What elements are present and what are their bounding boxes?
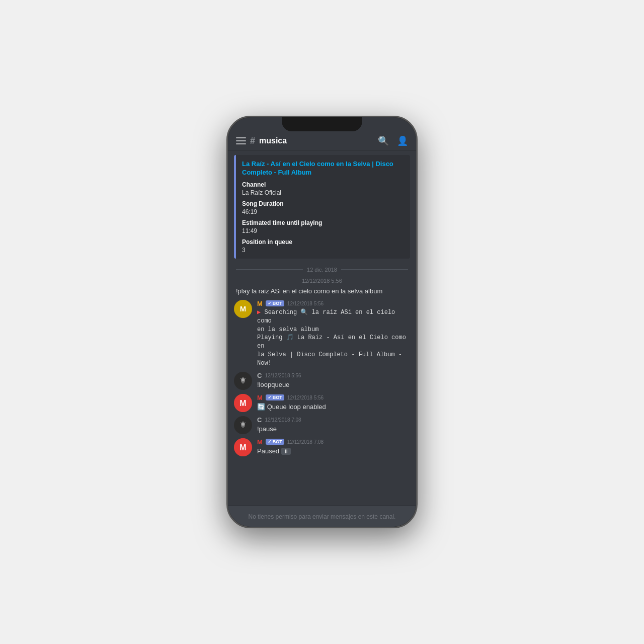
queue-card: La Raíz - Así en el Cielo como en la Sel… <box>234 155 410 259</box>
avatar: M <box>234 394 252 412</box>
list-item: M M ✓ BOT 12/12/2018 5:56 🔄 Queue <box>228 392 416 414</box>
list-item: C 12/12/2018 7:08 !pause <box>228 414 416 436</box>
message-header: M ✓ BOT 12/12/2018 5:56 <box>257 300 410 307</box>
estimated-value: 11:49 <box>242 227 404 234</box>
command-text: !play la raiz ASi en el cielo como en la… <box>236 287 382 295</box>
queue-loop-text: Queue loop enabled <box>267 403 326 411</box>
volume-button[interactable] <box>416 218 418 248</box>
now-text: Now! <box>257 360 272 367</box>
menu-icon[interactable] <box>236 137 246 144</box>
checkmark-icon: ✓ <box>268 439 272 444</box>
message-author: M <box>257 394 263 401</box>
m-bot-avatar-icon: M <box>234 394 252 412</box>
message-time: 12/12/2018 5:56 <box>287 301 324 306</box>
app-header: # musica 🔍 👤 <box>228 131 416 151</box>
date-divider: 12 dic. 2018 <box>228 263 416 277</box>
checkmark-icon: ✓ <box>268 395 272 400</box>
pharaoh-avatar-icon <box>236 374 250 388</box>
no-permission-text: No tienes permiso para enviar mensajes e… <box>249 513 396 520</box>
list-item: M M ✓ BOT 12/12/2018 7:08 Paused ⏸ <box>228 436 416 458</box>
playing-text: Playing 🎵 La Raíz - Así en el Cielo como… <box>257 334 406 350</box>
hash-icon: # <box>250 136 255 146</box>
avatar <box>234 372 252 390</box>
date-divider-text: 12 dic. 2018 <box>307 267 337 273</box>
position-value: 3 <box>242 247 404 254</box>
message-author: C <box>257 416 262 424</box>
command-timestamp: 12/12/2018 5:56 <box>228 277 416 286</box>
list-item: M M ✓ BOT 12/12/2018 5:56 ▶ Searching 🔍 … <box>228 298 416 370</box>
message-author: M <box>257 300 263 307</box>
yt-icon: ▶ <box>257 309 261 316</box>
message-text: !pause <box>257 425 410 434</box>
message-header: C 12/12/2018 5:56 <box>257 372 410 379</box>
spacer <box>228 458 416 505</box>
message-time: 12/12/2018 5:56 <box>265 373 301 378</box>
message-header: M ✓ BOT 12/12/2018 5:56 <box>257 394 410 401</box>
loopqueue-command: !loopqueue <box>257 381 289 388</box>
message-time: 12/12/2018 7:08 <box>265 417 301 423</box>
header-right: 🔍 👤 <box>378 135 408 146</box>
queue-card-title[interactable]: La Raíz - Así en el Cielo como en la Sel… <box>242 160 404 177</box>
message-content: C 12/12/2018 5:56 !loopqueue <box>257 372 410 389</box>
bot-badge: ✓ BOT <box>266 439 284 445</box>
bot-label: BOT <box>273 395 282 400</box>
paused-text: Paused <box>257 447 281 455</box>
no-permission-bar: No tienes permiso para enviar mensajes e… <box>228 505 416 527</box>
message-text: ▶ Searching 🔍 la raiz ASi en el cielo co… <box>257 308 410 368</box>
phone-notch <box>282 117 362 131</box>
m-bot-avatar-icon-2: M <box>234 438 252 456</box>
avatar <box>234 416 252 434</box>
phone-screen: # musica 🔍 👤 La Raíz - Así en el Cielo c… <box>228 117 416 527</box>
message-header: M ✓ BOT 12/12/2018 7:08 <box>257 438 410 446</box>
members-icon[interactable]: 👤 <box>397 135 408 146</box>
message-content: C 12/12/2018 7:08 !pause <box>257 416 410 434</box>
divider-line-left <box>236 269 303 270</box>
header-left: # musica <box>236 136 378 146</box>
message-content: M ✓ BOT 12/12/2018 5:56 🔄 Queue loop ena… <box>257 394 410 412</box>
checkmark-icon: ✓ <box>268 301 272 306</box>
duration-value: 46:19 <box>242 208 404 215</box>
playing-text-2: la Selva | Disco Completo - Full Album - <box>257 351 402 358</box>
estimated-label: Estimated time until playing <box>242 219 404 226</box>
pharaoh-avatar-icon-2 <box>236 418 250 432</box>
pause-icon: ⏸ <box>281 448 291 455</box>
message-text: !loopqueue <box>257 380 410 389</box>
svg-text:M: M <box>239 399 246 408</box>
svg-text:M: M <box>239 443 246 452</box>
chat-area: La Raíz - Así en el Cielo como en la Sel… <box>228 151 416 505</box>
searching-text-2: en la selva album <box>257 326 318 333</box>
bot-label: BOT <box>273 439 282 444</box>
duration-label: Song Duration <box>242 200 404 207</box>
channel-value: La Raíz Oficial <box>242 189 404 196</box>
bot-badge: ✓ BOT <box>266 300 284 306</box>
channel-label: Channel <box>242 181 404 188</box>
message-author: C <box>257 372 262 379</box>
message-content: M ✓ BOT 12/12/2018 5:56 ▶ Searching 🔍 la… <box>257 300 410 368</box>
phone-frame: # musica 🔍 👤 La Raíz - Así en el Cielo c… <box>226 116 418 528</box>
message-time: 12/12/2018 7:08 <box>287 439 324 445</box>
message-time: 12/12/2018 5:56 <box>287 395 324 400</box>
searching-text: Searching 🔍 la raiz ASi en el cielo como <box>257 309 395 325</box>
avatar: M <box>234 300 252 318</box>
list-item: C 12/12/2018 5:56 !loopqueue <box>228 370 416 392</box>
message-text: 🔄 Queue loop enabled <box>257 403 410 412</box>
search-icon[interactable]: 🔍 <box>378 135 389 146</box>
loop-icon: 🔄 <box>257 403 265 411</box>
message-header: C 12/12/2018 7:08 <box>257 416 410 424</box>
svg-point-5 <box>242 423 245 426</box>
message-author: M <box>257 438 263 446</box>
svg-point-1 <box>242 378 245 381</box>
divider-line-right <box>341 269 408 270</box>
bot-badge: ✓ BOT <box>266 394 284 400</box>
position-label: Position in queue <box>242 238 404 246</box>
bot-label: BOT <box>273 301 282 306</box>
message-text: Paused ⏸ <box>257 447 410 456</box>
command-message: !play la raiz ASi en el cielo como en la… <box>228 286 416 298</box>
avatar: M <box>234 438 252 456</box>
channel-name: musica <box>259 136 287 145</box>
message-content: M ✓ BOT 12/12/2018 7:08 Paused ⏸ <box>257 438 410 456</box>
pause-command: !pause <box>257 425 277 433</box>
